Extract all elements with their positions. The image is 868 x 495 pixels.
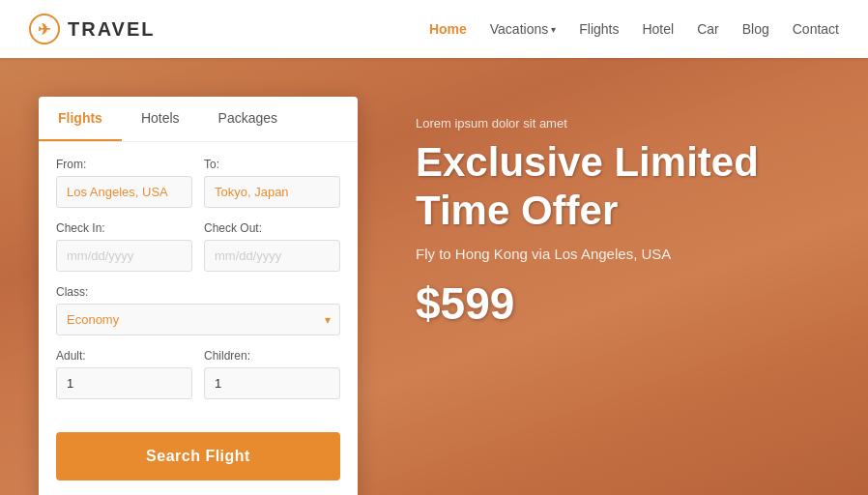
- main-nav: Home Vacations ▾ Flights Hotel Car Blog …: [429, 21, 839, 37]
- logo-text: TRAVEL: [68, 18, 156, 41]
- from-group: From:: [56, 158, 192, 208]
- from-label: From:: [56, 158, 192, 171]
- checkout-label: Check Out:: [204, 221, 340, 235]
- class-label: Class:: [56, 285, 340, 299]
- adult-input[interactable]: [56, 367, 192, 399]
- plane-icon: ✈: [38, 20, 52, 39]
- adult-label: Adult:: [56, 349, 192, 363]
- chevron-down-icon: ▾: [551, 24, 556, 35]
- children-label: Children:: [204, 349, 340, 363]
- flight-form: From: To: Check In: Check Out: Class:: [39, 142, 358, 428]
- tab-packages[interactable]: Packages: [199, 97, 297, 141]
- class-row: Class: Economy Business First Class ▾: [56, 285, 340, 335]
- to-input[interactable]: [204, 176, 340, 208]
- logo: ✈ TRAVEL: [29, 14, 156, 44]
- tab-flights[interactable]: Flights: [39, 97, 122, 141]
- adult-group: Adult:: [56, 349, 192, 399]
- dates-row: Check In: Check Out:: [56, 221, 340, 272]
- checkin-label: Check In:: [56, 221, 192, 235]
- passengers-row: Adult: Children:: [56, 349, 340, 399]
- booking-tabs: Flights Hotels Packages: [39, 97, 358, 142]
- from-input[interactable]: [56, 176, 192, 208]
- nav-flights[interactable]: Flights: [579, 21, 619, 37]
- nav-vacations[interactable]: Vacations ▾: [490, 21, 556, 37]
- to-label: To:: [204, 158, 340, 171]
- children-input[interactable]: [204, 367, 340, 399]
- logo-icon: ✈: [29, 14, 60, 44]
- hero-content: Lorem ipsum dolor sit amet Exclusive Lim…: [416, 116, 849, 330]
- hero-price: $599: [416, 277, 849, 330]
- class-group: Class: Economy Business First Class ▾: [56, 285, 340, 335]
- search-flight-button[interactable]: Search Flight: [56, 432, 340, 480]
- nav-blog[interactable]: Blog: [742, 21, 769, 37]
- booking-panel: Flights Hotels Packages From: To: Check …: [39, 97, 358, 495]
- header: ✈ TRAVEL Home Vacations ▾ Flights Hotel …: [0, 0, 868, 58]
- class-select[interactable]: Economy Business First Class: [56, 304, 340, 335]
- hero-description: Fly to Hong Kong via Los Angeles, USA: [416, 246, 849, 262]
- checkin-group: Check In:: [56, 221, 192, 272]
- hero-title: Exclusive Limited Time Offer: [416, 138, 849, 236]
- nav-hotel[interactable]: Hotel: [642, 21, 674, 37]
- from-to-row: From: To:: [56, 158, 340, 208]
- checkout-group: Check Out:: [204, 221, 340, 272]
- nav-contact[interactable]: Contact: [793, 21, 839, 37]
- checkout-input[interactable]: [204, 240, 340, 272]
- to-group: To:: [204, 158, 340, 208]
- checkin-input[interactable]: [56, 240, 192, 272]
- children-group: Children:: [204, 349, 340, 399]
- nav-car[interactable]: Car: [697, 21, 719, 37]
- class-select-wrapper: Economy Business First Class ▾: [56, 304, 340, 335]
- hero-subtitle: Lorem ipsum dolor sit amet: [416, 116, 849, 131]
- nav-home[interactable]: Home: [429, 21, 467, 37]
- tab-hotels[interactable]: Hotels: [122, 97, 199, 141]
